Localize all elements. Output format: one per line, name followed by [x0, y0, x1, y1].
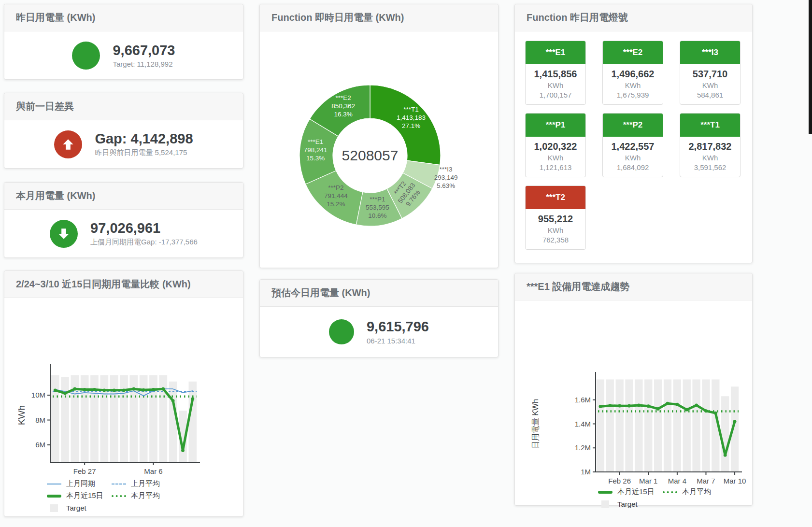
legend-label: Target — [66, 504, 86, 512]
y-tick-label: 10M — [31, 391, 45, 399]
x-tick-label: Mar 7 — [697, 477, 715, 485]
lamp-tile-value: 1,415,856 — [526, 69, 585, 80]
y-tick-label: 8M — [35, 416, 45, 424]
series-point — [181, 449, 185, 452]
arrow-up-icon — [61, 137, 75, 152]
lamp-tile-target: 3,591,562 — [680, 163, 740, 171]
target-bar — [683, 379, 691, 472]
series-point — [152, 388, 155, 391]
series-point — [637, 404, 641, 407]
card-yesterday-body: 9,667,073 Target: 11,128,992 — [4, 31, 243, 79]
legend-item: Target — [47, 504, 86, 512]
series-point — [63, 392, 67, 395]
lamp-tile-unit: KWh — [526, 226, 585, 234]
legend-label: 本月近15日 — [66, 491, 103, 500]
legend-item: 本月近15日 — [598, 487, 663, 497]
series-point — [704, 409, 708, 413]
target-bar — [673, 379, 681, 472]
lamp-tile-header: ***T1 — [680, 114, 740, 137]
lamp-tile-unit: KWh — [603, 81, 663, 89]
card-lamps-title: Function 昨日用電燈號 — [515, 4, 752, 31]
legend-item: 本月平均 — [663, 487, 711, 497]
series-point — [83, 388, 86, 391]
series-point — [54, 388, 57, 392]
series-point — [102, 388, 106, 392]
donut-center-total: 5208057 — [342, 147, 399, 163]
lamp-tile-target: 1,684,092 — [603, 163, 663, 171]
y-axis-label: 日用電量 KWh — [531, 399, 540, 449]
series-point — [666, 402, 670, 405]
y-tick-label: 6M — [35, 441, 45, 449]
card-trend-chart: ***E1 設備用電達成趨勢 1.6M1.4M1.2M1MFeb 26Mar 1… — [514, 273, 753, 506]
trend-line-chart: 1.6M1.4M1.2M1MFeb 26Mar 1Mar 4Mar 7Mar 1… — [515, 300, 751, 485]
y-axis-label: KWh — [16, 405, 27, 425]
target-bar — [61, 377, 69, 462]
target-bar — [635, 379, 642, 472]
series-point — [695, 404, 698, 407]
green-dot-swatch-icon — [112, 495, 126, 497]
series-point — [93, 388, 96, 391]
lamp-tile-header: ***T2 — [526, 186, 585, 209]
series-point — [73, 387, 76, 391]
lamp-tile-value: 1,020,322 — [526, 141, 585, 152]
lamp-tile-unit: KWh — [603, 154, 663, 162]
legend-label: 上月同期 — [66, 479, 95, 488]
card-compare-chart: 2/24~3/10 近15日同期用電量比較 (KWh) 10M8M6MFeb 2… — [4, 271, 243, 517]
card-forecast: 預估今日用電量 (KWh) 9,615,796 06-21 15:34:41 — [259, 279, 499, 357]
y-tick-label: 1.2M — [575, 443, 591, 452]
series-point — [113, 388, 116, 392]
scrollbar[interactable] — [809, 0, 812, 134]
realtime-donut-chart: ***T11,413,18327.1%***I3293,1495.63%***T… — [260, 31, 497, 267]
card-trend-title: ***E1 設備用電達成趨勢 — [515, 273, 752, 300]
compare-chart-legend: 上月同期上月平均本月近15日本月平均Target — [47, 479, 243, 513]
series-point — [122, 388, 126, 392]
target-bar — [51, 375, 59, 462]
lamp-tile-unit: KWh — [680, 81, 740, 89]
legend-item: 本月近15日 — [47, 491, 112, 500]
legend-label: 上月平均 — [131, 479, 160, 488]
legend-row: 上月同期上月平均 — [47, 479, 243, 489]
target-bar — [110, 375, 118, 462]
x-tick-label: Mar 4 — [668, 477, 686, 485]
lamp-tile-T2: ***T2955,212KWh762,358 — [525, 185, 586, 250]
lamp-tile-value: 1,422,557 — [603, 141, 663, 152]
lamp-tile-E2: ***E21,496,662KWh1,675,939 — [602, 41, 663, 105]
series-point — [627, 404, 631, 408]
green-dot-swatch-icon — [663, 491, 677, 493]
target-bar — [625, 379, 633, 472]
legend-item: 上月平均 — [112, 479, 160, 488]
x-tick-label: Feb 27 — [73, 467, 96, 475]
lamp-tile-value: 537,710 — [680, 69, 740, 80]
series-point — [191, 397, 194, 400]
lamp-tile-T1: ***T12,817,832KWh3,591,562 — [680, 113, 741, 177]
gray-square-swatch-icon — [50, 504, 58, 512]
series-point — [733, 420, 737, 423]
lamp-tile-target: 762,358 — [526, 236, 585, 244]
target-bar — [597, 379, 604, 472]
lamp-tile-target: 1,675,939 — [603, 91, 663, 99]
green-status-circle-icon — [329, 319, 354, 344]
card-realtime-donut: Function 即時日用電量 (KWh) ***T11,413,18327.1… — [259, 4, 499, 268]
lamp-tile-unit: KWh — [526, 154, 585, 162]
blue-dash-swatch-icon — [112, 484, 126, 484]
arrow-up-circle-icon — [54, 130, 82, 158]
y-tick-label: 1M — [581, 468, 591, 476]
target-bar — [664, 379, 671, 472]
target-bar — [721, 396, 729, 472]
series-point — [618, 404, 621, 408]
target-bar — [616, 379, 624, 472]
target-bar — [188, 382, 197, 462]
target-bar — [702, 379, 710, 472]
card-lamps: Function 昨日用電燈號 ***E11,415,856KWh1,700,1… — [514, 4, 753, 263]
series-point — [161, 387, 165, 391]
gray-square-swatch-icon — [601, 500, 609, 508]
x-tick-label: Mar 10 — [724, 477, 746, 485]
series-point — [599, 405, 602, 408]
green-status-circle-icon — [72, 42, 100, 70]
target-bar — [169, 382, 177, 462]
series-point — [714, 412, 717, 415]
lamp-tile-P1: ***P11,020,322KWh1,121,613 — [525, 113, 586, 177]
gap-value: Gap: 4,142,898 — [95, 131, 193, 147]
target-bar — [120, 375, 128, 462]
month-value: 97,026,961 — [90, 220, 198, 236]
